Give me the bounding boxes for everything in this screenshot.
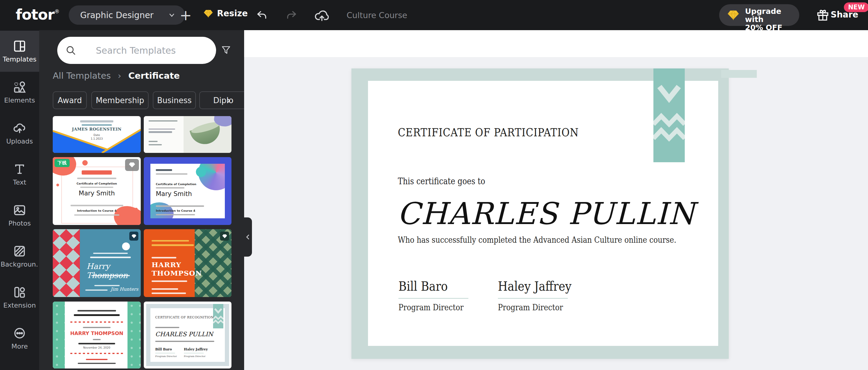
chips-scroll-right-icon[interactable]: › — [227, 94, 231, 106]
template-thumb-orange-argyle[interactable]: HARRY THOMPSON — [144, 229, 231, 297]
signature-name: Bill Baro — [398, 279, 474, 294]
label-pill — [82, 170, 112, 175]
diamond-icon — [131, 234, 136, 239]
thumb-name: HARRY THOMPSON — [53, 331, 141, 336]
sidebar-item-extension[interactable]: Extension — [0, 277, 39, 318]
chip-membership[interactable]: Membership — [91, 91, 149, 109]
certificate-description[interactable]: Who has successfully completed the Advan… — [398, 235, 721, 245]
chevron-left-icon — [244, 233, 252, 241]
certificate-intro[interactable]: This certificate goes to — [398, 176, 499, 187]
photos-icon — [13, 203, 26, 217]
thumb-sig2: Haley Jaffrey — [184, 347, 208, 351]
thumb-name: Mary Smith — [156, 190, 192, 198]
thumb-role1: Program Director — [155, 355, 177, 358]
thumb-title: Certificate of Completion — [53, 182, 141, 185]
upgrade-button[interactable]: Upgrade with 20% OFF — [719, 4, 799, 26]
signature-role: Program Director — [398, 303, 474, 312]
breadcrumb: All Templates › Certificate — [53, 70, 180, 81]
thumb-inner: Certificate of Completion Mary Smith Int… — [150, 164, 225, 218]
sidebar-item-more[interactable]: More — [0, 318, 39, 359]
top-toolbar: fotor® Graphic Designer + Resize Culture… — [0, 0, 868, 30]
extension-icon — [13, 286, 26, 299]
template-thumb-christmas[interactable]: HARRY THOMPSON November 24, 2020 — [53, 302, 141, 369]
redo-button[interactable] — [285, 9, 298, 22]
thumb-role2: Program Director — [184, 355, 206, 358]
diamond-icon — [727, 9, 740, 21]
thumb-name-line2: THOMPSON — [152, 269, 202, 277]
uploads-icon — [13, 121, 26, 135]
panel-collapse-handle[interactable] — [244, 218, 252, 257]
certificate-recipient[interactable]: CHARLES PULLIN — [397, 196, 695, 231]
template-thumb-coral-completion[interactable]: Certificate of Completion Mary Smith Int… — [53, 157, 141, 225]
signature-block-2[interactable]: Haley Jaffrey Program Director — [498, 279, 584, 312]
quilt-pattern — [53, 229, 80, 297]
templates-panel: All Templates › Certificate Award Member… — [39, 30, 244, 370]
offline-badge: 下线 — [55, 159, 70, 167]
cloud-save-icon[interactable] — [314, 7, 330, 23]
breadcrumb-separator: › — [118, 70, 121, 81]
signature-line — [498, 298, 568, 299]
upgrade-line2: 20% OFF — [745, 24, 799, 32]
breadcrumb-all-templates[interactable]: All Templates — [53, 70, 111, 81]
text-icon — [13, 163, 26, 176]
pro-diamond-badge — [220, 232, 229, 240]
thumb-decoration — [53, 129, 141, 153]
signature-block-1[interactable]: Bill Baro Program Director — [398, 279, 474, 312]
pro-diamond-badge — [129, 232, 138, 240]
tool-switcher-dropdown[interactable]: Graphic Designer — [69, 5, 185, 25]
diamond-icon — [129, 162, 135, 168]
mini-ribbon — [213, 304, 223, 329]
sidebar-item-text[interactable]: Text — [0, 154, 39, 195]
fotor-logo[interactable]: fotor® — [16, 6, 59, 23]
thumb-course: Introduction to Course 4 — [53, 209, 141, 212]
chevron-down-icon — [167, 11, 176, 19]
ribbon-decoration[interactable] — [653, 68, 685, 162]
certificate-overflow-bar — [721, 70, 757, 78]
sidebar-item-background[interactable]: Backgroun... — [0, 236, 39, 277]
chip-business[interactable]: Business — [153, 91, 196, 109]
thumb-panel — [144, 116, 184, 153]
signature-role: Program Director — [498, 303, 584, 312]
template-thumb-blue-gold[interactable]: JAMES ROGENSTEIN Date 1.1.2023 — [53, 116, 141, 153]
breadcrumb-certificate: Certificate — [128, 70, 180, 81]
sidebar-item-uploads[interactable]: Uploads — [0, 113, 39, 154]
upgrade-line1: Upgrade with — [745, 7, 799, 24]
document-title[interactable]: Culture Course — [347, 10, 407, 20]
signature-name: Haley Jaffrey — [498, 279, 584, 294]
left-sidebar: Templates Elements Uploads Text Photos B… — [0, 30, 39, 370]
template-thumb-indigo-completion[interactable]: Certificate of Completion Mary Smith Int… — [144, 157, 231, 225]
sidebar-item-templates[interactable]: Templates — [0, 31, 39, 72]
sidebar-item-elements[interactable]: Elements — [0, 72, 39, 113]
new-design-button[interactable]: + — [176, 5, 195, 25]
gift-icon[interactable] — [816, 8, 830, 22]
thumb-name-line1: HARRY — [152, 260, 181, 269]
fotor-editor: { "topbar": { "logo": "fotor", "logo_mar… — [0, 0, 868, 370]
filter-funnel-icon[interactable] — [220, 44, 232, 56]
undo-button[interactable] — [255, 9, 268, 22]
tool-switcher-label: Graphic Designer — [80, 10, 153, 20]
chip-diploma[interactable]: Diplo — [199, 91, 244, 109]
pro-diamond-badge — [125, 159, 139, 171]
thumb-title: Certificate of Completion — [156, 182, 196, 186]
certificate-title[interactable]: CERTIFICATE OF PARTICIPATION — [398, 126, 608, 139]
template-thumb-recognition[interactable]: CERTIFICATE OF RECOGNITION CHARLES PULLI… — [144, 302, 231, 369]
search-input[interactable] — [57, 37, 216, 64]
diamond-icon — [203, 9, 213, 19]
coral-dot — [82, 160, 88, 166]
resize-label: Resize — [217, 8, 248, 19]
template-thumb-teal-quilt[interactable]: Harry Thompson Jim Hunters — [53, 229, 141, 297]
elements-icon — [13, 81, 26, 94]
thumb-signature: Jim Hunters — [111, 286, 138, 292]
resize-button[interactable]: Resize — [203, 8, 248, 19]
sidebar-item-photos[interactable]: Photos — [0, 195, 39, 236]
coral-dot — [117, 216, 122, 221]
new-badge: NEW — [844, 2, 868, 12]
registered-mark: ® — [54, 8, 59, 15]
templates-icon — [13, 39, 26, 53]
chip-award[interactable]: Award — [53, 91, 87, 109]
more-icon — [13, 326, 26, 340]
template-thumb-sage-bowl[interactable] — [144, 116, 231, 153]
thumb-course: Introduction to Course 4 — [156, 209, 195, 212]
signature-line — [398, 298, 468, 299]
background-icon — [13, 245, 26, 258]
